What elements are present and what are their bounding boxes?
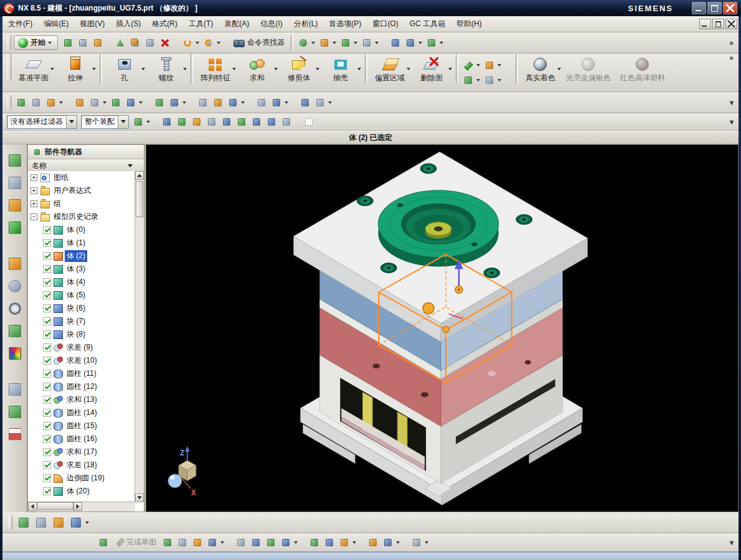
dropdown-arrow-icon[interactable]: [375, 42, 379, 44]
scrollbar-thumb[interactable]: [136, 181, 143, 217]
dropdown-arrow-icon[interactable]: [103, 101, 106, 104]
dropdown-arrow-icon[interactable]: [557, 68, 561, 70]
tree-item[interactable]: 体 (2): [28, 250, 135, 263]
reuse-library-icon[interactable]: [6, 219, 24, 236]
feature-checkbox[interactable]: [43, 226, 51, 234]
menu-item[interactable]: 编辑(E): [38, 16, 74, 32]
dropdown-arrow-icon[interactable]: [50, 68, 54, 70]
dropdown-arrow-icon[interactable]: [274, 68, 278, 70]
tree-item[interactable]: 圆柱 (16): [28, 432, 135, 446]
selection-filter-dropdown[interactable]: 没有选择过滤器: [7, 115, 77, 129]
tree-item[interactable]: 圆柱 (11): [28, 367, 135, 380]
boss-tool-icon[interactable]: [124, 96, 138, 110]
dropdown-arrow-icon[interactable]: [217, 42, 220, 44]
dropdown-arrow-icon[interactable]: [220, 541, 224, 544]
dropdown-arrow-icon[interactable]: [92, 68, 96, 70]
expand-toggle[interactable]: +: [31, 174, 37, 181]
dropdown-arrow-icon[interactable]: [182, 101, 186, 104]
dropdown-arrow-icon[interactable]: [285, 101, 288, 104]
feature-checkbox[interactable]: [43, 383, 51, 391]
menu-item[interactable]: 窗口(O): [367, 16, 404, 32]
tangent-snap-icon[interactable]: [190, 115, 204, 129]
tree-item[interactable]: 体 (20): [28, 485, 135, 498]
web-browser-icon[interactable]: [6, 278, 24, 295]
toolbar-grip[interactable]: [7, 95, 11, 110]
dropdown-arrow-icon[interactable]: [396, 541, 400, 544]
feature-checkbox[interactable]: [43, 487, 51, 495]
chamfer-tool-icon[interactable]: [168, 96, 181, 110]
horizontal-scrollbar[interactable]: [28, 502, 135, 511]
toolbar-grip[interactable]: [7, 54, 11, 80]
tree-item[interactable]: 块 (7): [28, 315, 135, 328]
feature-checkbox[interactable]: [43, 291, 51, 299]
menu-item[interactable]: GC 工具箱: [404, 16, 451, 32]
tree-item[interactable]: 体 (3): [28, 263, 135, 276]
selection-scope-dropdown[interactable]: 整个装配: [81, 115, 129, 129]
minimize-button[interactable]: [692, 2, 706, 14]
new-file-icon[interactable]: [61, 36, 75, 50]
tree-item[interactable]: 体 (5): [28, 289, 135, 302]
dropdown-arrow-icon[interactable]: [407, 68, 410, 70]
tree-item[interactable]: 圆柱 (14): [28, 406, 135, 419]
show-hide-tool-icon[interactable]: [313, 96, 327, 110]
quick-extend-icon[interactable]: [323, 536, 336, 549]
edit-section-icon[interactable]: [461, 73, 475, 87]
intersect-tool-icon[interactable]: [226, 96, 240, 110]
menu-item[interactable]: 插入(S): [110, 16, 146, 32]
true-shading-button[interactable]: 真实着色: [521, 54, 562, 91]
tree-item[interactable]: 边倒圆 (19): [28, 472, 135, 485]
feature-checkbox[interactable]: [43, 435, 51, 443]
menu-item[interactable]: 装配(A): [219, 16, 255, 32]
dropdown-arrow-icon[interactable]: [141, 68, 145, 70]
feature-checkbox[interactable]: [43, 396, 51, 404]
menu-item[interactable]: 视图(V): [74, 16, 110, 32]
trim-body-button[interactable]: 修剪体: [279, 54, 321, 91]
toolbar-overflow-button[interactable]: ▾: [727, 118, 736, 126]
feature-checkbox[interactable]: [43, 461, 51, 469]
dropdown-arrow-icon[interactable]: [357, 68, 361, 70]
expand-toggle[interactable]: +: [31, 187, 37, 194]
part-template-icon[interactable]: [6, 426, 24, 443]
start-menu-button[interactable]: 开始: [14, 35, 58, 50]
tree-item[interactable]: 块 (6): [28, 302, 135, 315]
tree-item[interactable]: 块 (8): [28, 328, 135, 341]
sketch-sm-icon[interactable]: [44, 96, 58, 110]
dropdown-arrow-icon[interactable]: [476, 79, 480, 82]
fit-grid-icon[interactable]: [318, 36, 331, 50]
dropdown-arrow-icon[interactable]: [352, 541, 356, 544]
assembly-navigator-icon[interactable]: [6, 152, 24, 169]
open-file-icon[interactable]: [76, 36, 90, 50]
dot-snap-icon[interactable]: [280, 115, 293, 129]
mdi-close-button[interactable]: [725, 19, 737, 29]
toolbar-overflow-button[interactable]: »: [727, 54, 736, 91]
dropdown-arrow-icon[interactable]: [294, 541, 298, 544]
move-object-tool-icon[interactable]: [298, 96, 312, 110]
mdi-minimize-button[interactable]: [699, 19, 711, 29]
feature-checkbox[interactable]: [43, 252, 51, 260]
snap-enable-icon[interactable]: [131, 115, 145, 129]
menu-item[interactable]: 分析(L): [288, 16, 324, 32]
pattern-tool-icon[interactable]: [255, 96, 268, 110]
tree-item[interactable]: 求差 (18): [28, 459, 135, 472]
dropdown-arrow-icon[interactable]: [440, 42, 443, 44]
scene-fl-icon[interactable]: [33, 515, 49, 531]
dropdown-arrow-icon[interactable]: [354, 42, 357, 44]
tree-item[interactable]: +组: [28, 197, 135, 210]
paste-icon[interactable]: [143, 36, 157, 50]
process-studio-icon[interactable]: [6, 322, 24, 340]
zoom-area-icon[interactable]: [404, 36, 417, 50]
expand-toggle[interactable]: −: [31, 213, 37, 220]
menu-item[interactable]: 帮助(H): [451, 16, 488, 32]
extrude-tool-icon[interactable]: [73, 96, 87, 110]
dropdown-arrow-icon[interactable]: [196, 42, 199, 44]
part-navigator-icon[interactable]: [6, 197, 24, 214]
pan-arrows-icon[interactable]: [389, 36, 402, 50]
perpendicular-snap-icon[interactable]: [175, 115, 189, 129]
shell-button[interactable]: 抽壳: [321, 54, 362, 91]
copy-icon[interactable]: [128, 36, 142, 50]
scrollbar-thumb[interactable]: [37, 502, 73, 510]
selection-sphere-icon[interactable]: [296, 36, 310, 50]
rotate-handle[interactable]: [443, 326, 449, 332]
offset-region-button[interactable]: 偏置区域: [370, 54, 412, 91]
feature-checkbox[interactable]: [43, 357, 51, 365]
